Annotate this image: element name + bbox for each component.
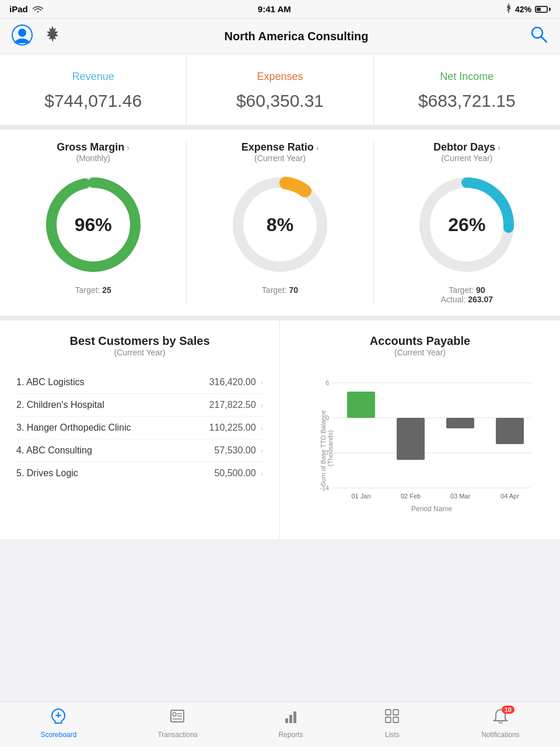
svg-rect-31 xyxy=(386,710,391,715)
gross-margin-title: Gross Margin › xyxy=(9,141,177,153)
battery-percent: 42% xyxy=(515,5,531,14)
x-label-apr: 04 Apr xyxy=(501,493,519,500)
tab-transactions-label: Transactions xyxy=(158,731,197,739)
tab-transactions[interactable]: Transactions xyxy=(158,708,197,739)
y-axis-label: Sum of Base TTD Balance(Thousands) xyxy=(320,407,334,489)
tab-lists[interactable]: Lists xyxy=(384,708,400,739)
status-bar: iPad 9:41 AM 42% xyxy=(0,0,560,19)
chevron-right-icon-3: › xyxy=(498,143,501,152)
debtor-days-title: Debtor Days › xyxy=(383,141,551,153)
customer-list: 1. ABC Logistics 316,420.00 › 2. Childre… xyxy=(16,371,263,484)
tab-scoreboard[interactable]: Scoreboard xyxy=(40,708,76,739)
customer-name: 5. Drives Logic xyxy=(16,468,78,479)
revenue-label: Revenue xyxy=(9,71,177,83)
expense-ratio-target: Target: 70 xyxy=(196,285,363,295)
customers-section: Best Customers by Sales (Current Year) 1… xyxy=(0,320,280,539)
bar-mar xyxy=(446,418,474,428)
svg-rect-29 xyxy=(289,715,292,723)
gross-margin-gauge: 96% xyxy=(41,172,146,277)
svg-line-5 xyxy=(541,37,547,42)
chevron-right-icon: › xyxy=(261,424,263,432)
tab-bar: Scoreboard Transactions Reports xyxy=(0,701,560,747)
ap-subtitle: (Current Year) xyxy=(292,348,548,357)
bluetooth-icon xyxy=(506,4,512,15)
app-header: North America Consulting xyxy=(0,19,560,54)
bar-chart: 6 0 -7 -14 01 J xyxy=(315,371,537,523)
svg-rect-30 xyxy=(293,711,296,723)
wifi-icon xyxy=(33,4,43,14)
list-item[interactable]: 2. Children's Hospital 217,822.50 › xyxy=(16,394,263,417)
accounts-payable-section: Accounts Payable (Current Year) Sum of B… xyxy=(280,320,560,539)
status-right: 42% xyxy=(506,4,551,15)
chevron-right-icon-2: › xyxy=(316,143,319,152)
tab-reports-label: Reports xyxy=(278,731,303,739)
revenue-card[interactable]: Revenue $744,071.46 xyxy=(0,54,187,125)
tab-reports[interactable]: Reports xyxy=(278,708,303,739)
chevron-right-icon: › xyxy=(261,378,263,387)
gross-margin-section[interactable]: Gross Margin › (Monthly) 96% Target: 25 xyxy=(0,141,187,304)
list-item[interactable]: 5. Drives Logic 50,500.00 › xyxy=(16,462,263,484)
main-content: iPad 9:41 AM 42% xyxy=(0,0,560,586)
expenses-card[interactable]: Expenses $60,350.31 xyxy=(187,54,373,125)
svg-rect-34 xyxy=(393,717,398,722)
debtor-days-value: 26% xyxy=(448,214,485,236)
page-title: North America Consulting xyxy=(224,30,368,43)
list-item[interactable]: 1. ABC Logistics 316,420.00 › xyxy=(16,371,263,394)
x-label-jan: 01 Jan xyxy=(351,493,370,500)
svg-point-24 xyxy=(173,713,176,716)
expense-ratio-subtitle: (Current Year) xyxy=(196,153,363,163)
customer-name: 1. ABC Logistics xyxy=(16,377,85,388)
profile-icon[interactable] xyxy=(12,25,33,48)
scoreboard-icon xyxy=(50,708,66,728)
search-icon[interactable] xyxy=(530,25,548,48)
chevron-right-icon: › xyxy=(261,401,263,410)
list-item[interactable]: 3. Hanger Orthopedic Clinic 110,225.00 › xyxy=(16,417,263,439)
revenue-value: $744,071.46 xyxy=(9,91,177,111)
tab-lists-label: Lists xyxy=(385,731,400,739)
ipad-label: iPad xyxy=(9,4,28,14)
bottom-row: Best Customers by Sales (Current Year) 1… xyxy=(0,320,560,539)
status-time: 9:41 AM xyxy=(258,4,291,14)
expenses-label: Expenses xyxy=(196,71,363,83)
ap-title: Accounts Payable xyxy=(292,334,548,348)
expenses-value: $60,350.31 xyxy=(196,91,363,111)
debtor-days-section[interactable]: Debtor Days › (Current Year) 26% Target:… xyxy=(374,141,560,304)
expense-ratio-title: Expense Ratio › xyxy=(196,141,363,153)
transactions-icon xyxy=(169,708,186,728)
chevron-right-icon: › xyxy=(261,446,263,455)
debtor-days-gauge: 26% xyxy=(414,172,519,277)
bar-apr xyxy=(496,418,524,444)
gauge-row: Gross Margin › (Monthly) 96% Target: 25 … xyxy=(0,130,560,320)
list-item[interactable]: 4. ABC Consulting 57,530.00 › xyxy=(16,439,263,462)
net-income-card[interactable]: Net Income $683,721.15 xyxy=(374,54,560,125)
customer-name: 3. Hanger Orthopedic Clinic xyxy=(16,423,131,433)
net-income-value: $683,721.15 xyxy=(383,91,551,111)
bar-jan xyxy=(347,392,375,418)
header-left-icons xyxy=(12,25,63,48)
gross-margin-target: Target: 25 xyxy=(9,285,177,295)
customer-name: 4. ABC Consulting xyxy=(16,445,92,456)
svg-point-2 xyxy=(18,29,26,37)
customers-subtitle: (Current Year) xyxy=(16,348,263,357)
notifications-icon: 10 xyxy=(492,708,509,728)
net-income-label: Net Income xyxy=(383,71,551,83)
summary-row: Revenue $744,071.46 Expenses $60,350.31 … xyxy=(0,54,560,130)
lists-icon xyxy=(384,708,400,728)
notification-badge: 10 xyxy=(502,706,514,714)
expense-ratio-gauge: 8% xyxy=(228,172,332,277)
svg-rect-28 xyxy=(285,718,288,723)
chevron-right-icon: › xyxy=(261,469,263,478)
reports-icon xyxy=(282,708,299,728)
bar-feb xyxy=(397,418,425,460)
status-left: iPad xyxy=(9,4,43,14)
x-label-feb: 02 Feb xyxy=(401,493,421,500)
x-axis-title: Period Name xyxy=(411,505,452,513)
customer-name: 2. Children's Hospital xyxy=(16,400,104,410)
debtor-days-subtitle: (Current Year) xyxy=(383,153,551,163)
battery-icon xyxy=(535,6,551,13)
x-label-mar: 03 Mar xyxy=(450,493,471,500)
expense-ratio-section[interactable]: Expense Ratio › (Current Year) 8% Target… xyxy=(187,141,373,304)
settings-icon[interactable] xyxy=(42,25,63,48)
gross-margin-value: 96% xyxy=(75,214,112,236)
tab-notifications[interactable]: 10 Notifications xyxy=(481,708,519,739)
